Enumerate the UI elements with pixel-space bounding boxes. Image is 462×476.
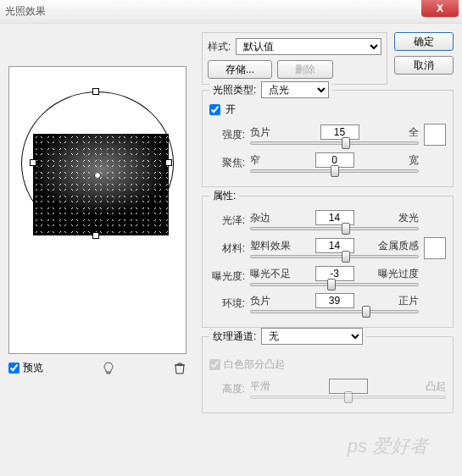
attributes-label: 属性: xyxy=(209,189,239,203)
ambience-slider[interactable] xyxy=(250,310,419,313)
gloss-left: 杂边 xyxy=(250,211,270,225)
preview-texture xyxy=(33,134,169,235)
save-button[interactable]: 存储... xyxy=(208,60,272,79)
focus-right: 宽 xyxy=(409,153,419,168)
ambience-thumb[interactable] xyxy=(362,306,370,318)
focus-left: 窄 xyxy=(250,153,260,168)
focus-label: 聚焦: xyxy=(209,156,245,170)
light-on-label[interactable]: 开 xyxy=(209,102,446,117)
light-type-label: 光照类型: xyxy=(213,83,256,97)
height-right: 凸起 xyxy=(426,379,446,394)
intensity-label: 强度: xyxy=(209,128,245,142)
material-right: 金属质感 xyxy=(378,239,419,253)
exposure-slider[interactable] xyxy=(250,283,419,286)
preview-canvas[interactable] xyxy=(8,66,186,354)
focus-thumb[interactable] xyxy=(331,165,339,177)
light-color-swatch[interactable] xyxy=(424,124,446,146)
handle-left[interactable] xyxy=(30,159,36,166)
white-high-checkbox xyxy=(209,359,220,370)
exposure-right: 曝光过度 xyxy=(378,267,419,281)
light-center[interactable] xyxy=(94,172,101,179)
white-high-label: 白色部分凸起 xyxy=(209,357,446,372)
height-thumb xyxy=(344,391,353,403)
ambient-color-swatch[interactable] xyxy=(424,237,446,259)
exposure-left: 曝光不足 xyxy=(250,267,291,281)
watermark: ps 爱好者 xyxy=(348,434,428,459)
exposure-label: 曝光度: xyxy=(209,269,245,284)
gloss-label: 光泽: xyxy=(209,213,245,228)
handle-right[interactable] xyxy=(165,159,172,166)
attributes-group: 属性: 光泽: 杂边 发光 材料: xyxy=(202,196,454,328)
gloss-right: 发光 xyxy=(398,211,419,225)
intensity-left: 负片 xyxy=(250,125,270,140)
material-slider[interactable] xyxy=(250,255,419,258)
texture-channel-select[interactable]: 无 xyxy=(261,328,363,345)
focus-slider[interactable] xyxy=(250,169,419,173)
close-icon: X xyxy=(437,3,443,14)
ambience-label: 环境: xyxy=(209,296,245,311)
texture-channel-label: 纹理通道: xyxy=(213,329,256,344)
texture-group: 纹理通道: 无 白色部分凸起 高度: 平滑 凸起 xyxy=(202,336,454,413)
delete-button[interactable]: 删除 xyxy=(277,60,333,79)
intensity-slider[interactable] xyxy=(250,141,419,145)
trash-icon[interactable] xyxy=(173,362,186,375)
height-label: 高度: xyxy=(209,382,245,396)
style-select[interactable]: 默认值 xyxy=(236,38,381,55)
close-button[interactable]: X xyxy=(421,0,459,17)
light-type-select[interactable]: 点光 xyxy=(261,81,329,98)
style-group: 样式: 默认值 存储... 删除 xyxy=(202,32,387,85)
material-label: 材料: xyxy=(209,241,245,256)
titlebar: 光照效果 X xyxy=(0,0,462,24)
lightbulb-icon[interactable] xyxy=(102,362,115,375)
light-on-checkbox[interactable] xyxy=(209,104,220,115)
preview-checkbox-label[interactable]: 预览 xyxy=(8,361,43,375)
cancel-button[interactable]: 取消 xyxy=(394,56,454,75)
handle-top[interactable] xyxy=(92,88,99,95)
handle-bottom[interactable] xyxy=(92,232,99,239)
light-type-group: 光照类型: 点光 开 强度: 负片 全 xyxy=(202,90,454,187)
height-slider xyxy=(250,396,446,399)
material-thumb[interactable] xyxy=(342,251,350,263)
exposure-thumb[interactable] xyxy=(327,279,336,291)
ambience-right: 正片 xyxy=(398,294,419,308)
window-title: 光照效果 xyxy=(5,4,46,19)
intensity-value[interactable] xyxy=(320,125,359,140)
ok-button[interactable]: 确定 xyxy=(394,32,454,51)
ambience-left: 负片 xyxy=(250,294,270,308)
ambience-value[interactable] xyxy=(315,293,354,308)
style-label: 样式: xyxy=(208,40,231,54)
intensity-thumb[interactable] xyxy=(342,137,350,149)
preview-label: 预览 xyxy=(23,361,43,375)
gloss-slider[interactable] xyxy=(250,227,419,230)
height-left: 平滑 xyxy=(250,379,270,394)
gloss-thumb[interactable] xyxy=(342,223,350,235)
intensity-right: 全 xyxy=(409,125,419,140)
material-left: 塑料效果 xyxy=(250,239,291,253)
preview-checkbox[interactable] xyxy=(8,363,19,374)
